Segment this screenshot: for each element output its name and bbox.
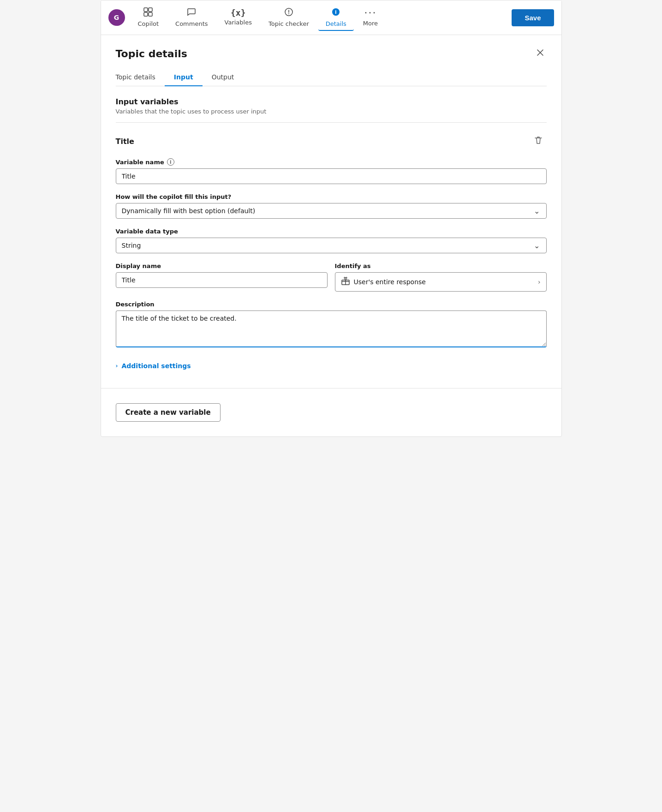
fill-input-label: How will the copilot fill this input?	[116, 193, 547, 200]
display-name-group: Display name	[116, 263, 328, 292]
data-type-select[interactable]: String Boolean Number Table Record	[116, 238, 547, 253]
variable-name-group: Variable name i	[116, 158, 547, 184]
tabs: Topic details Input Output	[116, 69, 547, 86]
copilot-icon	[143, 7, 153, 18]
more-icon: ···	[364, 8, 376, 18]
fill-select[interactable]: Dynamically fill with best option (defau…	[116, 203, 547, 219]
close-button[interactable]	[534, 46, 547, 61]
display-name-label: Display name	[116, 263, 328, 269]
svg-rect-0	[144, 8, 148, 12]
more-label: More	[363, 20, 378, 27]
display-identify-row: Display name Identify as	[116, 263, 547, 292]
svg-rect-3	[149, 12, 152, 16]
topic-checker-icon	[284, 7, 294, 18]
copilot-label: Copilot	[138, 20, 159, 27]
tab-output[interactable]: Output	[203, 69, 244, 86]
create-new-variable-button[interactable]: Create a new variable	[116, 403, 221, 422]
variable-name-label: Variable name i	[116, 158, 547, 166]
app-container: G Copilot	[101, 0, 562, 437]
divider	[116, 122, 547, 123]
fill-select-wrapper: Dynamically fill with best option (defau…	[116, 203, 547, 219]
description-label: Description	[116, 301, 547, 308]
data-type-label: Variable data type	[116, 228, 547, 235]
data-type-select-wrapper: String Boolean Number Table Record	[116, 238, 547, 253]
nav-item-comments[interactable]: Comments	[168, 4, 215, 31]
panel: Topic details Topic details Input Output…	[101, 35, 561, 388]
identify-as-label: Identify as	[335, 263, 547, 269]
identify-as-button[interactable]: User's entire response ›	[335, 272, 547, 292]
variable-card: Title Variable name i How will the copil…	[116, 134, 547, 373]
svg-point-4	[288, 13, 289, 14]
nav-item-more[interactable]: ··· More	[356, 5, 385, 30]
input-variables-desc: Variables that the topic uses to process…	[116, 108, 547, 115]
input-variables-title: Input variables	[116, 97, 547, 106]
tab-input[interactable]: Input	[165, 69, 203, 86]
comments-label: Comments	[175, 20, 208, 27]
avatar: G	[108, 9, 125, 26]
panel-title: Topic details	[116, 48, 187, 60]
panel-header: Topic details	[116, 46, 547, 61]
display-name-input[interactable]	[116, 272, 328, 288]
variable-card-header: Title	[116, 134, 547, 149]
svg-text:i: i	[335, 9, 337, 15]
nav-item-variables[interactable]: {x} Variables	[217, 6, 259, 30]
additional-settings-chevron-icon: ›	[116, 363, 118, 369]
additional-settings-button[interactable]: › Additional settings	[116, 358, 191, 373]
svg-rect-1	[149, 8, 152, 12]
variable-card-title: Title	[116, 137, 134, 146]
details-icon: i	[331, 7, 341, 18]
tab-topic-details[interactable]: Topic details	[116, 69, 165, 86]
nav-item-details[interactable]: i Details	[318, 4, 354, 31]
variables-label: Variables	[225, 19, 252, 26]
data-type-group: Variable data type String Boolean Number…	[116, 228, 547, 253]
fill-input-group: How will the copilot fill this input? Dy…	[116, 193, 547, 219]
identify-as-icon	[341, 276, 350, 287]
nav-items: Copilot Comments {x} Variables	[131, 4, 510, 31]
top-nav: G Copilot	[101, 0, 561, 35]
save-button[interactable]: Save	[512, 9, 554, 26]
identify-as-group: Identify as	[335, 263, 547, 292]
bottom-section: Create a new variable	[101, 388, 561, 436]
variables-icon: {x}	[231, 9, 246, 17]
description-input[interactable]: The title of the ticket to be created.	[116, 310, 547, 347]
variable-name-input[interactable]	[116, 168, 547, 184]
description-group: Description The title of the ticket to b…	[116, 301, 547, 349]
identify-as-chevron-icon: ›	[538, 278, 541, 286]
nav-item-topic-checker[interactable]: Topic checker	[261, 4, 316, 31]
topic-checker-label: Topic checker	[268, 20, 309, 27]
identify-as-value: User's entire response	[354, 278, 426, 286]
details-label: Details	[326, 20, 346, 27]
svg-rect-2	[144, 12, 148, 16]
variable-name-info-icon[interactable]: i	[167, 158, 174, 166]
nav-item-copilot[interactable]: Copilot	[131, 4, 167, 31]
additional-settings-label: Additional settings	[121, 362, 191, 370]
comments-icon	[186, 7, 197, 18]
delete-variable-button[interactable]	[530, 134, 547, 149]
